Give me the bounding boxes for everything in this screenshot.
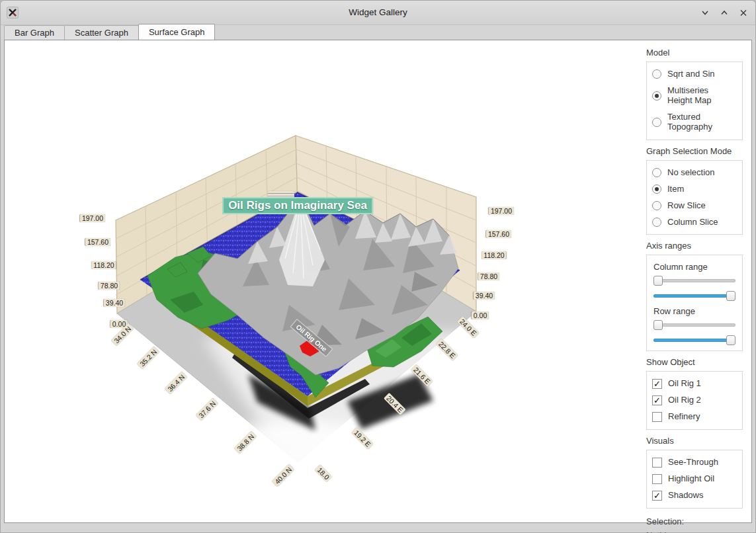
column-range-label: Column range [653, 262, 737, 272]
checkbox-oil-rig-1[interactable]: ✓ Oil Rig 1 [652, 376, 737, 392]
row-range-max-slider[interactable] [653, 335, 735, 345]
radio-item[interactable]: Item [652, 181, 737, 198]
checkbox-checked-icon[interactable]: ✓ [652, 379, 662, 389]
checkbox-shadows[interactable]: ✓ Shadows [652, 487, 737, 504]
slider-handle[interactable] [653, 276, 663, 286]
checkbox-icon[interactable] [652, 474, 662, 484]
window-controls [700, 7, 749, 18]
y-axis-label-right: 157.60 [486, 230, 511, 238]
radio-multiseries-height-map[interactable]: Multiseries Height Map [652, 83, 737, 109]
y-axis-label-left: 78.80 [99, 282, 120, 290]
checkbox-icon[interactable] [652, 412, 662, 422]
model-group-title: Model [646, 48, 751, 58]
radio-textured-topography[interactable]: Textured Topography [652, 109, 737, 136]
show-object-group: ✓ Oil Rig 1 ✓ Oil Rig 2 Refinery [646, 371, 743, 430]
selection-label: Selection: [646, 515, 751, 529]
y-axis-label-left: 39.40 [104, 299, 125, 307]
slider-handle[interactable] [653, 320, 663, 330]
visuals-group-title: Visuals [646, 436, 751, 446]
tab-surface-graph[interactable]: Surface Graph [138, 24, 216, 40]
show-object-group-title: Show Object [646, 357, 751, 367]
surface-plot-3d[interactable] [5, 40, 637, 520]
checkbox-see-through[interactable]: See-Through [652, 454, 737, 471]
radio-icon[interactable] [652, 69, 661, 79]
slider-groove-filled[interactable] [653, 294, 735, 298]
y-axis-label-right: 0.00 [472, 311, 489, 319]
slider-handle[interactable] [726, 291, 735, 301]
tab-bar-graph[interactable]: Bar Graph [4, 25, 65, 40]
visuals-group: See-Through Highlight Oil ✓ Shadows [646, 450, 743, 509]
radio-icon[interactable] [652, 168, 661, 177]
radio-icon[interactable] [652, 201, 661, 210]
slider-groove[interactable] [653, 323, 735, 327]
column-range-max-slider[interactable] [653, 291, 735, 301]
selection-mode-group: No selection Item Row Slice Column Slice [646, 160, 743, 235]
checkbox-checked-icon[interactable]: ✓ [652, 395, 662, 405]
radio-selected-icon[interactable] [652, 91, 661, 101]
column-range-min-slider[interactable] [653, 276, 735, 286]
title-bar[interactable]: Widget Gallery [1, 1, 755, 25]
radio-row-slice[interactable]: Row Slice [652, 198, 737, 214]
y-axis-label-right: 197.00 [489, 207, 514, 215]
row-range-label: Row range [653, 306, 737, 316]
checkbox-checked-icon[interactable]: ✓ [652, 491, 662, 501]
tab-bar: Bar Graph Scatter Graph Surface Graph [4, 24, 214, 40]
chart-title-label: Oil Rigs on Imaginary Sea [222, 197, 373, 214]
window-title: Widget Gallery [1, 1, 755, 24]
maximize-icon[interactable] [719, 7, 730, 18]
y-axis-label-right: 39.40 [474, 292, 495, 300]
radio-icon[interactable] [652, 218, 661, 227]
app-window: Widget Gallery Bar Graph Scatter Graph S… [0, 0, 756, 533]
tab-scatter-graph[interactable]: Scatter Graph [64, 25, 139, 40]
checkbox-icon[interactable] [652, 458, 662, 468]
minimize-icon[interactable] [700, 7, 710, 18]
checkbox-oil-rig-2[interactable]: ✓ Oil Rig 2 [652, 392, 737, 409]
close-icon[interactable] [738, 7, 749, 18]
checkbox-highlight-oil[interactable]: Highlight Oil [652, 471, 737, 487]
selection-value: Nothing [646, 529, 751, 533]
y-axis-label-left: 157.60 [85, 238, 110, 246]
slider-handle[interactable] [726, 335, 735, 345]
tab-content-pane: Oil Rigs on Imaginary Sea Oil Rig One 19… [4, 40, 752, 523]
y-axis-label-left: 118.20 [91, 261, 116, 269]
selection-mode-group-title: Graph Selection Mode [646, 146, 751, 156]
row-range-min-slider[interactable] [653, 320, 735, 330]
control-panel: Model Sqrt and Sin Multiseries Height Ma… [640, 40, 751, 522]
radio-sqrt-and-sin[interactable]: Sqrt and Sin [652, 66, 737, 83]
radio-icon[interactable] [652, 118, 661, 127]
axis-ranges-group: Column range Row range [646, 255, 743, 351]
y-axis-label-left: 197.00 [80, 214, 105, 222]
slider-groove[interactable] [653, 279, 735, 282]
radio-selected-icon[interactable] [652, 184, 661, 194]
surface-chart-area[interactable]: Oil Rigs on Imaginary Sea Oil Rig One 19… [5, 40, 637, 522]
y-axis-label-right: 78.80 [478, 272, 499, 280]
axis-ranges-group-title: Axis ranges [646, 241, 751, 251]
checkbox-refinery[interactable]: Refinery [652, 409, 737, 425]
model-group: Sqrt and Sin Multiseries Height Map Text… [646, 62, 743, 140]
y-axis-label-right: 118.20 [482, 251, 506, 259]
slider-groove-filled[interactable] [653, 339, 735, 342]
radio-column-slice[interactable]: Column Slice [652, 214, 737, 231]
radio-no-selection[interactable]: No selection [652, 165, 737, 181]
